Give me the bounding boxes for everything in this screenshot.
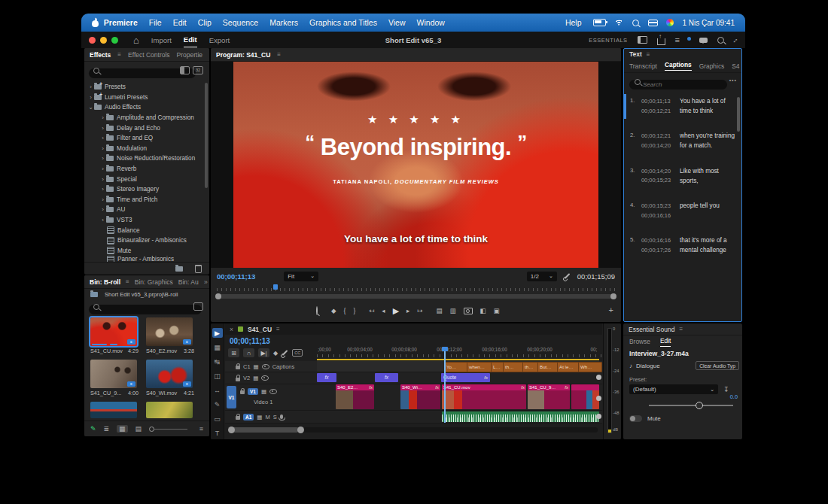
workspace-panel-icon[interactable] [638,36,647,44]
program-seek-bar[interactable] [217,294,615,299]
spotlight-search-icon[interactable] [632,20,639,26]
tab-effects[interactable]: Effects [90,51,111,59]
seek-handle-left[interactable] [215,293,221,299]
workspace-label[interactable]: ESSENTIALS [589,37,627,44]
program-panel-menu-icon[interactable]: ≡ [277,51,281,58]
apple-icon[interactable] [92,19,93,27]
lock-icon[interactable] [236,378,240,381]
tab-sequence[interactable]: S4 [732,62,739,70]
add-button-icon[interactable]: + [609,305,613,314]
tab-browse[interactable]: Browse [629,338,650,345]
close-sequence-icon[interactable]: × [230,326,233,333]
close-window-button[interactable] [89,37,96,44]
menu-view[interactable]: View [388,18,406,27]
sort-icon[interactable]: ≡ [199,425,203,433]
audio-clip[interactable] [442,411,599,422]
mark-in-icon[interactable]: { [344,307,346,314]
program-scrub-ruler[interactable] [217,284,615,291]
bin-clip[interactable]: ≡ S40_E2.mov3:28 [146,317,194,354]
tree-item[interactable]: ›VST3 [87,215,209,226]
timeline-clip[interactable]: S41_CU_9…fx [528,384,570,409]
slip-tool[interactable]: ↔ [212,385,223,395]
program-settings-wrench-icon[interactable] [564,273,570,279]
timeline-clip[interactable]: S40_E2…fx [336,384,374,409]
v1-track-content[interactable]: S40_E2…fx S40_Wi…fx S41_CU.movfx S41_CU_… [317,384,599,410]
bin-breadcrumb[interactable]: Short Edit v65_3.prproj\B-roll [105,291,178,298]
tree-item[interactable]: ⌄Audio Effects [87,102,209,113]
menu-sequence[interactable]: Sequence [223,18,258,27]
nest-icon[interactable]: ⊞ [228,348,239,357]
caption-clip[interactable]: Yo… [444,362,470,372]
captions-cc-icon[interactable]: CC [292,349,303,357]
icon-view-icon[interactable]: ▦ [117,425,128,433]
v2-track-content[interactable]: fx fx Quotefx [317,372,599,384]
menubar-clock[interactable]: 1 Nis Çar 09:41 [683,19,735,27]
marker-icon[interactable]: ◆ [273,350,278,357]
program-playhead[interactable] [273,284,278,290]
tree-item[interactable]: ›AU [87,205,209,215]
timeline-clip[interactable]: S40_Wi…fx [400,384,440,409]
export-frame-icon[interactable] [464,308,473,314]
fit-dropdown[interactable]: Fit⌄ [284,272,318,281]
tab-bin-audio[interactable]: Bin: Au [178,278,199,286]
captions-more-menu-icon[interactable]: ••• [729,77,737,83]
list-view-icon[interactable]: ≣ [104,425,110,433]
timeline-ruler[interactable]: ;00;00 00;00;04;00 00;00;08;00 00;00;12;… [317,347,602,359]
caption-track-content[interactable]: Yo… when… L… th… th… But… At le… Wh… [317,361,599,372]
track-select-tool[interactable]: ▦ [212,342,223,352]
lock-icon[interactable] [240,390,245,394]
marker-icon[interactable]: ◆ [331,307,336,314]
gain-value[interactable]: 0.0 [730,393,738,400]
tab-bin-graphics[interactable]: Bin: Graphics [135,278,173,286]
track-visibility-icon[interactable] [262,364,269,369]
type-tool[interactable]: T [212,428,223,438]
caption-row[interactable]: 4. 00;00;15;2300;00;16;16 people tell yo… [624,199,741,223]
mute-toggle[interactable] [629,415,642,422]
track-visibility-icon[interactable] [261,375,269,381]
menu-clip[interactable]: Clip [198,18,212,27]
bin-clip[interactable]: ≡ S41_CU_9...4:00 [90,360,139,396]
compare-view-icon[interactable]: ◧ [480,307,486,314]
quote-graphic-clip[interactable]: Quotefx [441,373,490,382]
tree-item[interactable]: ›Filter and EQ [87,133,209,144]
control-center-icon[interactable] [648,20,657,26]
menu-premiere[interactable]: Premiere [104,18,138,27]
timeline-panel-menu-icon[interactable]: ≡ [276,326,280,332]
sequence-tab[interactable]: S41_CU [248,326,272,333]
gain-slider-knob[interactable] [696,402,703,409]
voiceover-record-icon[interactable] [280,414,283,419]
filmstrip-view-icon[interactable]: ▤ [135,425,142,433]
mute-track-button[interactable]: M [265,414,269,421]
tree-item[interactable]: Mute [87,246,209,257]
tab-effect-controls[interactable]: Effect Controls [128,51,170,59]
gain-slider[interactable] [649,405,733,406]
caption-track-badge[interactable]: C1 [243,363,251,370]
pen-project-icon[interactable]: ✎ [90,425,96,433]
tab-bin-broll[interactable]: Bin: B-roll [90,278,120,286]
tree-item[interactable]: ›Lumetri Presets [87,93,209,103]
essential-sound-menu-icon[interactable]: ≡ [679,326,683,332]
track-height-handle[interactable] [596,414,601,419]
save-preset-icon[interactable]: ↧ [723,386,729,393]
track-visibility-icon[interactable] [269,389,277,394]
timeline-hscrollbar[interactable] [228,427,598,433]
tab-edit-sound[interactable]: Edit [660,337,671,347]
ripple-edit-tool[interactable]: ↹ [212,357,223,366]
menu-markers[interactable]: Markers [269,18,298,27]
tree-item[interactable]: ›Reverb [87,164,209,175]
wifi-icon[interactable] [615,20,623,26]
pen-tool[interactable]: ✎ [212,399,223,409]
tab-properties[interactable]: Propertie [177,51,203,59]
effects-scrollbar[interactable] [205,83,208,188]
menu-file[interactable]: File [149,18,162,27]
caption-clip[interactable]: Wh… [578,362,602,372]
mark-out-icon[interactable]: } [353,307,355,314]
razor-tool[interactable]: ◫ [212,371,223,381]
bin-clip[interactable]: ≡ S41_CU.mov4:29 [90,317,139,354]
selection-tool[interactable]: ▶ [212,328,223,338]
bin-panel-menu-icon[interactable]: ≡ [126,278,129,285]
playback-resolution-dropdown[interactable]: 1/2⌄ [527,272,557,281]
timeline-timecode[interactable]: 00;00;11;13 [230,337,270,345]
comments-icon[interactable] [699,38,708,43]
tree-item[interactable]: ›Special [87,174,209,184]
